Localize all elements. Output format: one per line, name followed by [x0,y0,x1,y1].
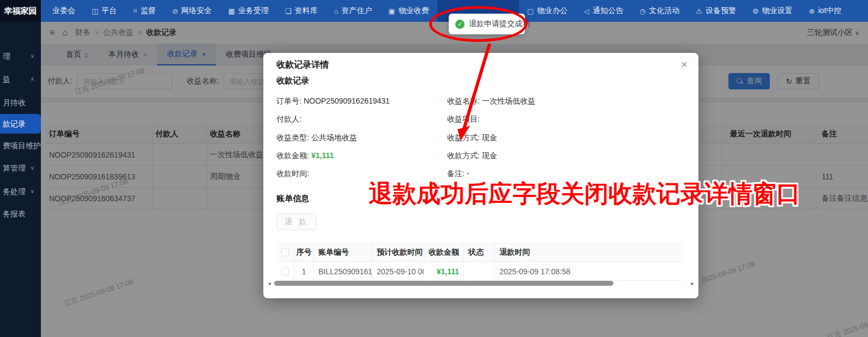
chevron-down-icon: ∨ [31,158,34,178]
field-payment-amount: 收款金额:¥1,111 [276,151,334,161]
clock-icon: ◷ [640,7,646,15]
nav-item-business-acceptance[interactable]: ▦业务受理 [220,0,277,22]
monitor-icon: ▢ [527,7,534,15]
megaphone-icon: ◁ [584,7,589,15]
nav-item-iot-console[interactable]: ⊕iot中控 [801,0,850,22]
scrollbar-track[interactable] [274,281,688,286]
field-income-name: 收益名称:一次性场低收益 [447,97,535,106]
col-bill-no: 账单编号 [314,243,372,262]
scrollbar-thumb[interactable] [274,281,613,286]
field-income-method: 收益方式:现金 [447,133,497,143]
success-check-icon: ✓ [455,20,465,29]
nav-item-device-alert[interactable]: ⚠设备预警 [688,0,744,22]
bill-table-row[interactable]: 1 BILL250909161526123U 2025-09-10 00:00:… [276,262,684,281]
top-navbar: 幸福家园 业委会 ◫平台 ⌗监督 ⊘网络安全 ▦业务受理 ❏资料库 ⌂资产住户 … [0,0,868,22]
app-screen: 幸福家园 业委会 ◫平台 ⌗监督 ⊘网络安全 ▦业务受理 ❏资料库 ⌂资产住户 … [0,0,868,337]
sidebar-group-manage[interactable]: 理∨ [0,46,41,66]
section-bill-info: 账单信息 [276,194,309,204]
toast-message: 退款申请提交成功 [469,19,530,29]
nav-item-property-settings[interactable]: ⚙物业设置 [744,0,801,22]
chevron-up-icon: ∧ [31,69,34,89]
col-expected-time: 预计收款时间 [372,243,424,262]
bank-icon: ◫ [92,7,98,15]
chevron-down-icon: ∨ [31,182,34,201]
chevron-down-icon: ∨ [31,46,34,66]
sidebar-item-fee-item-maintain[interactable]: 费项目维护 [0,136,41,155]
field-payment-time: 收款时间: [276,169,311,179]
annotation-note-text: 退款成功后应字段关闭收款记录详情窗口 [369,178,800,210]
payment-record-detail-dialog: × 收款记录详情 收款记录 订单号:NOOP250909162619431 付款… [263,53,698,298]
sidebar-item-payment-records[interactable]: 款记录 [0,114,41,134]
nav-item-culture-activity[interactable]: ◷文化活动 [631,0,688,22]
nav-item-platform[interactable]: ◫平台 [83,0,125,22]
scroll-right-icon[interactable]: ▸ [689,280,696,286]
nav-item-property-office[interactable]: ▢物业办公 [519,0,576,22]
section-payment-record: 收款记录 [276,76,309,86]
row-select-cell [276,262,294,280]
sidebar-group-business-process[interactable]: 务处理∨ [0,182,41,201]
nav-item-supervision[interactable]: ⌗监督 [125,0,164,22]
col-amount: 收款金额 [424,243,464,262]
nav-item-property-fee[interactable]: ▣物业收费 [380,0,437,22]
home-icon: ⌂ [334,7,338,15]
scroll-left-icon[interactable]: ◂ [266,280,273,286]
select-all-cell [276,243,294,262]
sidebar-item-month-receivable[interactable]: 月待收 [0,93,41,112]
sidebar-group-income[interactable]: 益∧ [0,69,41,89]
nav-item-network-security[interactable]: ⊘网络安全 [164,0,220,22]
document-icon: ❏ [285,7,292,15]
sidebar: 理∨ 益∧ 月待收 款记录 费项目维护 算管理∨ 务处理∨ 务报表 [0,22,41,337]
org-chart-icon: ⌗ [133,7,137,15]
success-toast: ✓ 退款申请提交成功 [449,14,525,34]
refund-button-disabled[interactable]: 退 款 [276,214,317,230]
horizontal-scrollbar: ◂ ▸ [266,279,696,287]
select-all-checkbox[interactable] [281,249,289,256]
field-order-no: 订单号:NOOP250909162619431 [276,97,390,106]
shield-check-icon: ⊘ [172,7,178,15]
nav-item-data-library[interactable]: ❏资料库 [277,0,326,22]
col-status: 状态 [464,243,495,262]
nav-item-notice[interactable]: ◁通知公告 [576,0,631,22]
dialog-title: 收款记录详情 [276,59,329,71]
bill-table-header: 序号 账单编号 预计收款时间 收款金额 状态 退款时间 [276,243,684,262]
col-refund-time: 退款时间 [495,243,684,262]
alarm-icon: ⚠ [696,7,702,15]
bill-table: 序号 账单编号 预计收款时间 收款金额 状态 退款时间 1 BILL250909… [276,243,684,281]
col-index: 序号 [294,243,314,262]
field-payer: 付款人: [276,115,304,124]
calendar-icon: ▦ [228,7,235,15]
money-shield-icon: ▣ [388,7,395,15]
globe-icon: ⊕ [809,7,815,15]
nav-item-asset-resident[interactable]: ⌂资产住户 [326,0,380,22]
field-income-project: 收益项目: [447,115,482,124]
field-income-type: 收益类型:公共场地收益 [276,133,357,143]
row-checkbox[interactable] [281,268,289,275]
nav-item-owners-committee[interactable]: 业委会 [41,0,83,22]
field-payment-method: 收款方式:现金 [447,151,497,161]
gear-icon: ⚙ [752,7,759,15]
close-icon[interactable]: × [681,58,688,71]
sidebar-group-settlement[interactable]: 算管理∨ [0,158,41,178]
sidebar-item-business-report[interactable]: 务报表 [0,204,41,224]
app-logo: 幸福家园 [0,0,41,22]
